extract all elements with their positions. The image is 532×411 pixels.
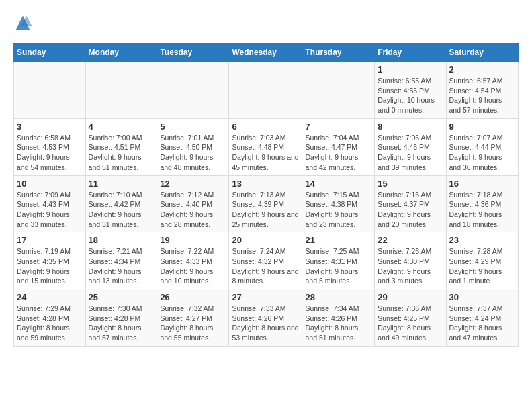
calendar-cell: 14Sunrise: 7:15 AM Sunset: 4:38 PM Dayli… bbox=[302, 175, 375, 232]
day-number: 13 bbox=[232, 179, 299, 189]
day-info: Sunrise: 7:37 AM Sunset: 4:24 PM Dayligh… bbox=[449, 304, 515, 343]
calendar-cell bbox=[14, 62, 86, 119]
day-info: Sunrise: 7:19 AM Sunset: 4:35 PM Dayligh… bbox=[17, 246, 83, 286]
calendar-cell: 26Sunrise: 7:32 AM Sunset: 4:27 PM Dayli… bbox=[157, 289, 229, 347]
day-info: Sunrise: 7:26 AM Sunset: 4:30 PM Dayligh… bbox=[378, 246, 443, 286]
day-number: 4 bbox=[89, 122, 154, 132]
calendar-cell: 19Sunrise: 7:22 AM Sunset: 4:33 PM Dayli… bbox=[157, 232, 229, 289]
calendar-cell: 24Sunrise: 7:29 AM Sunset: 4:28 PM Dayli… bbox=[14, 289, 86, 347]
day-number: 26 bbox=[160, 292, 226, 302]
day-number: 20 bbox=[232, 235, 299, 245]
day-number: 19 bbox=[160, 235, 226, 245]
day-info: Sunrise: 7:29 AM Sunset: 4:28 PM Dayligh… bbox=[17, 304, 83, 343]
day-number: 17 bbox=[17, 235, 83, 245]
day-number: 28 bbox=[305, 292, 371, 302]
day-info: Sunrise: 7:12 AM Sunset: 4:40 PM Dayligh… bbox=[160, 190, 226, 230]
calendar-cell: 11Sunrise: 7:10 AM Sunset: 4:42 PM Dayli… bbox=[85, 175, 157, 232]
day-number: 22 bbox=[378, 235, 443, 245]
day-number: 5 bbox=[160, 122, 226, 132]
day-number: 9 bbox=[449, 122, 515, 132]
calendar-cell bbox=[157, 62, 229, 119]
day-number: 21 bbox=[305, 235, 371, 245]
day-number: 3 bbox=[17, 122, 83, 132]
day-info: Sunrise: 7:18 AM Sunset: 4:36 PM Dayligh… bbox=[449, 190, 515, 230]
calendar-cell: 9Sunrise: 7:07 AM Sunset: 4:44 PM Daylig… bbox=[446, 118, 518, 175]
calendar-cell: 6Sunrise: 7:03 AM Sunset: 4:48 PM Daylig… bbox=[229, 118, 302, 175]
weekday-header-row: SundayMondayTuesdayWednesdayThursdayFrid… bbox=[14, 44, 519, 62]
calendar-cell: 25Sunrise: 7:30 AM Sunset: 4:28 PM Dayli… bbox=[85, 289, 157, 347]
day-number: 8 bbox=[378, 122, 443, 132]
week-row-2: 3Sunrise: 6:58 AM Sunset: 4:53 PM Daylig… bbox=[14, 118, 519, 175]
day-info: Sunrise: 7:36 AM Sunset: 4:25 PM Dayligh… bbox=[378, 304, 443, 343]
day-number: 1 bbox=[378, 64, 443, 75]
logo bbox=[13, 13, 35, 32]
weekday-header-thursday: Thursday bbox=[302, 44, 375, 62]
day-number: 27 bbox=[232, 292, 299, 302]
logo-icon bbox=[13, 13, 32, 32]
day-number: 12 bbox=[160, 179, 226, 189]
calendar-cell: 27Sunrise: 7:33 AM Sunset: 4:26 PM Dayli… bbox=[229, 289, 302, 347]
week-row-3: 10Sunrise: 7:09 AM Sunset: 4:43 PM Dayli… bbox=[14, 175, 519, 232]
day-info: Sunrise: 7:04 AM Sunset: 4:47 PM Dayligh… bbox=[305, 133, 371, 173]
calendar-cell: 12Sunrise: 7:12 AM Sunset: 4:40 PM Dayli… bbox=[157, 175, 229, 232]
day-number: 30 bbox=[449, 292, 515, 302]
day-number: 14 bbox=[305, 179, 371, 189]
day-number: 24 bbox=[17, 292, 83, 302]
calendar-cell: 15Sunrise: 7:16 AM Sunset: 4:37 PM Dayli… bbox=[375, 175, 446, 232]
calendar-cell: 28Sunrise: 7:34 AM Sunset: 4:26 PM Dayli… bbox=[302, 289, 375, 347]
week-row-5: 24Sunrise: 7:29 AM Sunset: 4:28 PM Dayli… bbox=[14, 289, 519, 347]
week-row-1: 1Sunrise: 6:55 AM Sunset: 4:56 PM Daylig… bbox=[14, 62, 519, 119]
calendar-cell: 29Sunrise: 7:36 AM Sunset: 4:25 PM Dayli… bbox=[375, 289, 446, 347]
day-info: Sunrise: 7:01 AM Sunset: 4:50 PM Dayligh… bbox=[160, 133, 226, 173]
day-info: Sunrise: 7:03 AM Sunset: 4:48 PM Dayligh… bbox=[232, 133, 299, 173]
day-info: Sunrise: 7:22 AM Sunset: 4:33 PM Dayligh… bbox=[160, 246, 226, 286]
day-info: Sunrise: 7:09 AM Sunset: 4:43 PM Dayligh… bbox=[17, 190, 83, 230]
calendar-cell: 2Sunrise: 6:57 AM Sunset: 4:54 PM Daylig… bbox=[446, 62, 518, 119]
calendar-cell: 1Sunrise: 6:55 AM Sunset: 4:56 PM Daylig… bbox=[375, 62, 446, 119]
day-number: 18 bbox=[89, 235, 154, 245]
calendar-cell: 10Sunrise: 7:09 AM Sunset: 4:43 PM Dayli… bbox=[14, 175, 86, 232]
header bbox=[13, 13, 519, 32]
day-info: Sunrise: 7:07 AM Sunset: 4:44 PM Dayligh… bbox=[449, 133, 515, 173]
calendar-cell: 30Sunrise: 7:37 AM Sunset: 4:24 PM Dayli… bbox=[446, 289, 518, 347]
day-info: Sunrise: 6:55 AM Sunset: 4:56 PM Dayligh… bbox=[378, 76, 443, 116]
day-number: 11 bbox=[89, 179, 154, 189]
weekday-header-tuesday: Tuesday bbox=[157, 44, 229, 62]
calendar-cell bbox=[85, 62, 157, 119]
day-info: Sunrise: 7:15 AM Sunset: 4:38 PM Dayligh… bbox=[305, 190, 371, 230]
weekday-header-friday: Friday bbox=[375, 44, 446, 62]
calendar-cell: 13Sunrise: 7:13 AM Sunset: 4:39 PM Dayli… bbox=[229, 175, 302, 232]
day-number: 23 bbox=[449, 235, 515, 245]
day-info: Sunrise: 7:32 AM Sunset: 4:27 PM Dayligh… bbox=[160, 304, 226, 343]
day-info: Sunrise: 7:00 AM Sunset: 4:51 PM Dayligh… bbox=[89, 133, 154, 173]
day-info: Sunrise: 7:06 AM Sunset: 4:46 PM Dayligh… bbox=[378, 133, 443, 173]
day-number: 6 bbox=[232, 122, 299, 132]
day-info: Sunrise: 7:21 AM Sunset: 4:34 PM Dayligh… bbox=[89, 246, 154, 286]
day-info: Sunrise: 7:33 AM Sunset: 4:26 PM Dayligh… bbox=[232, 304, 299, 343]
calendar-cell bbox=[229, 62, 302, 119]
calendar-cell: 20Sunrise: 7:24 AM Sunset: 4:32 PM Dayli… bbox=[229, 232, 302, 289]
day-info: Sunrise: 7:30 AM Sunset: 4:28 PM Dayligh… bbox=[89, 304, 154, 343]
day-info: Sunrise: 6:57 AM Sunset: 4:54 PM Dayligh… bbox=[449, 76, 515, 116]
day-number: 10 bbox=[17, 179, 83, 189]
day-number: 7 bbox=[305, 122, 371, 132]
day-info: Sunrise: 7:10 AM Sunset: 4:42 PM Dayligh… bbox=[89, 190, 154, 230]
day-info: Sunrise: 7:34 AM Sunset: 4:26 PM Dayligh… bbox=[305, 304, 371, 343]
calendar-cell: 8Sunrise: 7:06 AM Sunset: 4:46 PM Daylig… bbox=[375, 118, 446, 175]
weekday-header-monday: Monday bbox=[85, 44, 157, 62]
day-number: 25 bbox=[89, 292, 154, 302]
weekday-header-saturday: Saturday bbox=[446, 44, 518, 62]
calendar-cell: 7Sunrise: 7:04 AM Sunset: 4:47 PM Daylig… bbox=[302, 118, 375, 175]
calendar-cell: 23Sunrise: 7:28 AM Sunset: 4:29 PM Dayli… bbox=[446, 232, 518, 289]
calendar-cell: 16Sunrise: 7:18 AM Sunset: 4:36 PM Dayli… bbox=[446, 175, 518, 232]
day-info: Sunrise: 7:13 AM Sunset: 4:39 PM Dayligh… bbox=[232, 190, 299, 230]
calendar-cell: 18Sunrise: 7:21 AM Sunset: 4:34 PM Dayli… bbox=[85, 232, 157, 289]
day-info: Sunrise: 6:58 AM Sunset: 4:53 PM Dayligh… bbox=[17, 133, 83, 173]
day-info: Sunrise: 7:24 AM Sunset: 4:32 PM Dayligh… bbox=[232, 246, 299, 286]
day-info: Sunrise: 7:28 AM Sunset: 4:29 PM Dayligh… bbox=[449, 246, 515, 286]
day-number: 15 bbox=[378, 179, 443, 189]
calendar-cell: 4Sunrise: 7:00 AM Sunset: 4:51 PM Daylig… bbox=[85, 118, 157, 175]
day-info: Sunrise: 7:25 AM Sunset: 4:31 PM Dayligh… bbox=[305, 246, 371, 286]
calendar-table: SundayMondayTuesdayWednesdayThursdayFrid… bbox=[13, 43, 519, 347]
week-row-4: 17Sunrise: 7:19 AM Sunset: 4:35 PM Dayli… bbox=[14, 232, 519, 289]
